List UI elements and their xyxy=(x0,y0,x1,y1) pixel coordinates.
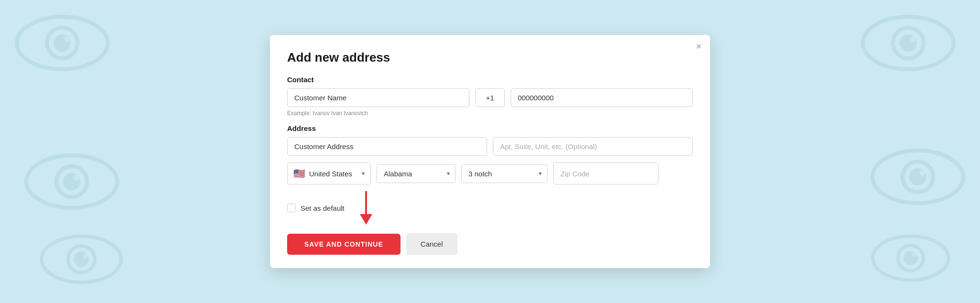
svg-marker-25 xyxy=(360,214,372,225)
contact-section-label: Contact xyxy=(287,76,693,84)
zip-code-input[interactable] xyxy=(553,162,658,184)
phone-prefix-input[interactable] xyxy=(475,88,505,107)
country-select[interactable]: 🇺🇸 United States ▾ xyxy=(287,162,371,184)
apt-suite-input[interactable] xyxy=(493,137,693,156)
customer-name-input[interactable] xyxy=(287,88,469,107)
modal-overlay: × Add new address Contact Example: Ivano… xyxy=(0,0,980,303)
city-select[interactable]: 3 notch Birmingham Huntsville Mobile xyxy=(461,164,547,183)
address-row xyxy=(287,137,693,156)
state-select-wrapper: Alabama Alaska Arizona California ▾ xyxy=(377,162,456,184)
save-continue-button[interactable]: SAVE AND CONTINUE xyxy=(287,234,401,255)
default-checkbox-row: Set as default xyxy=(287,191,693,225)
location-row: 🇺🇸 United States ▾ Alabama Alaska Arizon… xyxy=(287,162,693,184)
add-address-modal: × Add new address Contact Example: Ivano… xyxy=(270,35,710,268)
country-label: United States xyxy=(309,170,358,178)
cancel-button[interactable]: Cancel xyxy=(406,233,457,255)
modal-title: Add new address xyxy=(287,50,693,65)
phone-number-input[interactable] xyxy=(511,88,693,107)
name-hint: Example: Ivanov Ivan Ivanovich xyxy=(287,110,693,117)
customer-address-input[interactable] xyxy=(287,137,487,156)
set-default-checkbox[interactable] xyxy=(287,204,296,212)
country-chevron-icon: ▾ xyxy=(362,170,365,177)
address-section-label: Address xyxy=(287,124,693,132)
close-button[interactable]: × xyxy=(696,42,702,51)
contact-row xyxy=(287,88,693,107)
city-select-wrapper: 3 notch Birmingham Huntsville Mobile ▾ xyxy=(461,162,547,184)
button-row: SAVE AND CONTINUE Cancel xyxy=(287,233,693,255)
state-select[interactable]: Alabama Alaska Arizona California xyxy=(377,164,456,183)
arrow-annotation xyxy=(354,191,378,225)
default-label: Set as default xyxy=(301,204,345,212)
us-flag-icon: 🇺🇸 xyxy=(293,168,305,179)
